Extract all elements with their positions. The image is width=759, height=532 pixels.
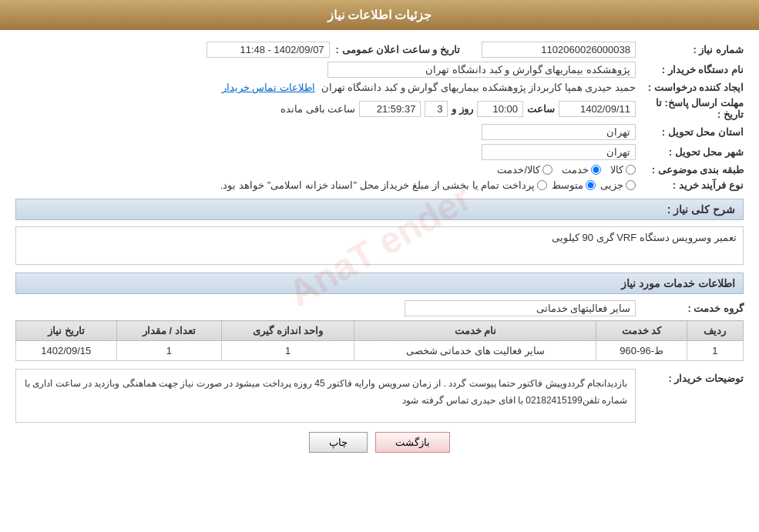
shahr-row: شهر محل تحویل : تهران	[15, 144, 744, 160]
print-button[interactable]: چاپ	[309, 432, 368, 453]
nam-dastgah-value-area: پژوهشکده بیماریهای گوارش و کبد دانشگاه ت…	[15, 62, 636, 78]
tabaqe-label: طبقه بندی موضوعی :	[636, 164, 744, 176]
services-table-head: ردیف کد خدمت نام خدمت واحد اندازه گیری ت…	[16, 321, 744, 341]
radio-kala: کالا	[610, 164, 636, 176]
farayand-row: نوع فرآیند خرید : جزیی متوسط پرداخت تمام…	[15, 179, 744, 191]
radio-mottaset-input[interactable]	[586, 180, 596, 190]
radio-mottaset: متوسط	[552, 179, 596, 191]
ersal-roz-box: 3	[425, 101, 448, 117]
radio-khedmat: خدمت	[562, 164, 601, 176]
radio-jozi-label: جزیی	[600, 179, 623, 191]
page-title: جزئیات اطلاعات نیاز	[327, 8, 432, 22]
countdown-container: 1402/09/11 ساعت 10:00 روز و 3 21:59:37 س…	[15, 101, 636, 117]
th-radif: ردیف	[687, 321, 743, 341]
grooh-label: گروه خدمت :	[636, 303, 744, 314]
nam-dastgah-label: نام دستگاه خریدار :	[636, 64, 744, 75]
sharh-content-area: AnaT ender تعمیر وسرویس دستگاه VRF گری 9…	[15, 226, 744, 265]
tabaqe-row: طبقه بندی موضوعی : کالا خدمت کالا/خدمت	[15, 164, 744, 176]
tabaqe-value-area: کالا خدمت کالا/خدمت	[15, 164, 636, 176]
sharh-title-text: شرح کلی نیاز :	[667, 203, 735, 216]
ostan-value-area: تهران	[15, 124, 636, 140]
tawzih-row: توضیحات خریدار : بازدیدانجام گرددویپش فا…	[15, 369, 744, 423]
th-tedad: تعداد / مقدار	[116, 321, 222, 341]
services-table-body: 1 ط-96-960 سایر فعالیت های خدماتی شخصی 1…	[16, 341, 744, 361]
grooh-row: گروه خدمت : سایر فعالیتهای خدماتی	[15, 300, 744, 316]
services-section-title: اطلاعات خدمات مورد نیاز	[15, 273, 744, 294]
radio-kala-label: کالا	[610, 164, 623, 176]
cell-tarikh: 1402/09/15	[16, 341, 117, 361]
mohlet-row: مهلت ارسال پاسخ: تا تاریخ : 1402/09/11 س…	[15, 97, 744, 120]
th-vahed: واحد اندازه گیری	[222, 321, 354, 341]
tarikh-elan-box: 1402/09/07 - 11:48	[207, 42, 330, 58]
shahr-value-area: تهران	[15, 144, 636, 160]
sharh-section-title: شرح کلی نیاز :	[15, 199, 744, 220]
grooh-value-area: سایر فعالیتهای خدماتی	[15, 300, 636, 316]
countdown-box: 21:59:37	[359, 101, 421, 117]
radio-kala-khedmat: کالا/خدمت	[497, 164, 552, 176]
ijad-name: حمید حیدری همپا کاربرداز پژوهشکده بیماری…	[321, 82, 636, 93]
farayand-radio-group: جزیی متوسط پرداخت تمام یا بخشی از مبلغ خ…	[15, 179, 636, 191]
content-area: شماره نیاز : 1102060026000038 تاریخ و سا…	[0, 30, 759, 476]
services-table-header-row: ردیف کد خدمت نام خدمت واحد اندازه گیری ت…	[16, 321, 744, 341]
cell-vahed: 1	[222, 341, 354, 361]
shomara-value-area: 1102060026000038 تاریخ و ساعت اعلان عموم…	[15, 42, 636, 58]
ostan-row: استان محل تحویل : تهران	[15, 124, 744, 140]
remaining-label: ساعت باقی مانده	[280, 103, 355, 115]
cell-tedad: 1	[116, 341, 222, 361]
table-row: 1 ط-96-960 سایر فعالیت های خدماتی شخصی 1…	[16, 341, 744, 361]
th-tarikh: تاریخ نیاز	[16, 321, 117, 341]
radio-tam: پرداخت تمام یا بخشی از مبلغ خریداز محل "…	[220, 179, 547, 191]
nam-dastgah-box: پژوهشکده بیماریهای گوارش و کبد دانشگاه ت…	[327, 62, 636, 78]
nam-dastgah-row: نام دستگاه خریدار : پژوهشکده بیماریهای گ…	[15, 62, 744, 78]
tarikh-elan-label: تاریخ و ساعت اعلان عمومی :	[336, 44, 460, 55]
radio-jozi-input[interactable]	[626, 180, 636, 190]
page-header: جزئیات اطلاعات نیاز	[0, 0, 759, 30]
radio-kala-input[interactable]	[626, 165, 636, 175]
ostan-box: تهران	[482, 124, 636, 140]
tawzih-box: بازدیدانجام گرددویپش فاکتور حتما پیوست گ…	[15, 369, 636, 423]
back-button[interactable]: بازگشت	[375, 432, 450, 453]
radio-jozi: جزیی	[600, 179, 636, 191]
ijad-row: ایجاد کننده درخواست : حمید حیدری همپا کا…	[15, 82, 744, 93]
shahr-label: شهر محل تحویل :	[636, 146, 744, 158]
roz-label: روز و	[452, 103, 473, 115]
buttons-row: بازگشت چاپ	[15, 432, 744, 464]
shahr-box: تهران	[482, 144, 636, 160]
saat-label: ساعت	[527, 103, 555, 115]
radio-khedmat-input[interactable]	[591, 165, 601, 175]
services-title-text: اطلاعات خدمات مورد نیاز	[621, 277, 735, 289]
cell-kod: ط-96-960	[596, 341, 687, 361]
tawzih-value-area: بازدیدانجام گرددویپش فاکتور حتما پیوست گ…	[15, 369, 636, 423]
th-kod: کد خدمت	[596, 321, 687, 341]
sharh-box: تعمیر وسرویس دستگاه VRF گری 90 کیلویی	[15, 226, 744, 265]
farayand-label: نوع فرآیند خرید :	[636, 179, 744, 191]
ostan-label: استان محل تحویل :	[636, 126, 744, 138]
shomara-row: شماره نیاز : 1102060026000038 تاریخ و سا…	[15, 42, 744, 58]
radio-mottaset-label: متوسط	[552, 179, 583, 191]
ersal-date-box: 1402/09/11	[559, 101, 636, 117]
shomara-box: 1102060026000038	[482, 42, 636, 58]
shimara-tarikh-row: 1102060026000038 تاریخ و ساعت اعلان عموم…	[15, 42, 636, 58]
grooh-box: سایر فعالیتهای خدماتی	[405, 300, 636, 316]
radio-kala-khedmat-label: کالا/خدمت	[497, 164, 540, 176]
ersal-saat-box: 10:00	[477, 101, 523, 117]
tabaqe-radio-group: کالا خدمت کالا/خدمت	[15, 164, 636, 176]
radio-kala-khedmat-input[interactable]	[542, 165, 552, 175]
cell-radif: 1	[687, 341, 743, 361]
th-nam: نام خدمت	[354, 321, 596, 341]
radio-tam-label: پرداخت تمام یا بخشی از مبلغ خریداز محل "…	[220, 179, 535, 191]
page-wrapper: جزئیات اطلاعات نیاز شماره نیاز : 1102060…	[0, 0, 759, 532]
mohlet-value-area: 1402/09/11 ساعت 10:00 روز و 3 21:59:37 س…	[15, 101, 636, 117]
radio-tam-input[interactable]	[537, 180, 547, 190]
ijad-label: ایجاد کننده درخواست :	[636, 82, 744, 93]
farayand-value-area: جزیی متوسط پرداخت تمام یا بخشی از مبلغ خ…	[15, 179, 636, 191]
contact-link[interactable]: اطلاعات تماس خریدار	[222, 82, 315, 93]
cell-nam: سایر فعالیت های خدماتی شخصی	[354, 341, 596, 361]
ijad-content: حمید حیدری همپا کاربرداز پژوهشکده بیماری…	[15, 82, 636, 93]
services-table: ردیف کد خدمت نام خدمت واحد اندازه گیری ت…	[15, 320, 744, 361]
mohlet-label: مهلت ارسال پاسخ: تا تاریخ :	[636, 97, 744, 120]
radio-khedmat-label: خدمت	[562, 164, 589, 176]
ijad-value-area: حمید حیدری همپا کاربرداز پژوهشکده بیماری…	[15, 82, 636, 93]
tawzih-label: توضیحات خریدار :	[636, 369, 744, 384]
shomara-label: شماره نیاز :	[636, 44, 744, 55]
